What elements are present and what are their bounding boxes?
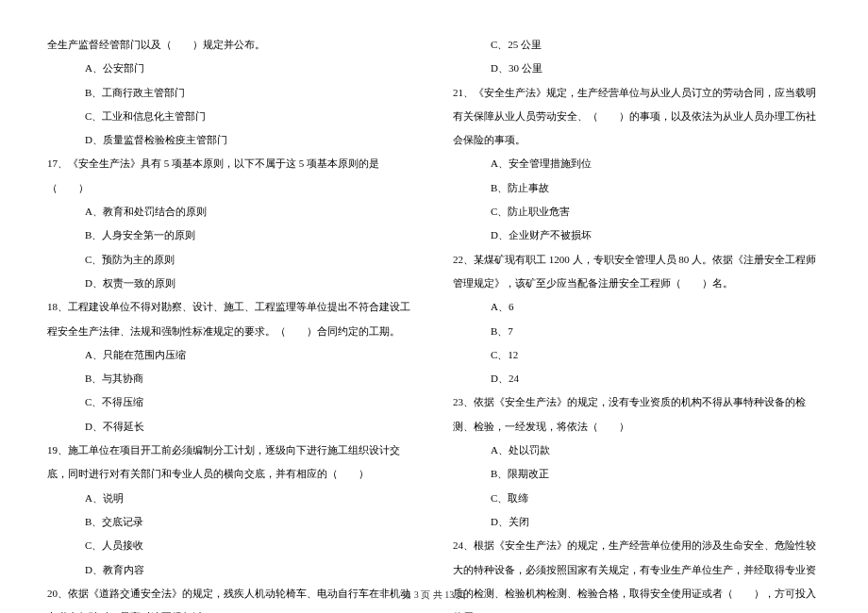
q17-opt-c: C、预防为主的原则 bbox=[47, 248, 415, 272]
q18-opt-b: B、与其协商 bbox=[47, 367, 415, 390]
page-footer: 第 3 页 共 13 页 bbox=[0, 588, 868, 602]
q16-tail: 全生产监督经管部门以及（ ）规定并公布。 bbox=[47, 33, 415, 57]
q19-opt-b: B、交底记录 bbox=[47, 510, 415, 534]
q21-opt-a: A、安全管理措施到位 bbox=[453, 152, 821, 175]
q16-opt-c: C、工业和信息化主管部门 bbox=[47, 105, 415, 128]
q22: 22、某煤矿现有职工 1200 人，专职安全管理人员 80 人。依据《注册安全工… bbox=[453, 248, 821, 296]
q19: 19、施工单位在项目开工前必须编制分工计划，逐级向下进行施工组织设计交底，同时进… bbox=[47, 439, 415, 487]
q19-opt-d: D、教育内容 bbox=[47, 558, 415, 582]
q19-opt-a: A、说明 bbox=[47, 487, 415, 510]
right-column: C、25 公里 D、30 公里 21、《安全生产法》规定，生产经营单位与从业人员… bbox=[453, 33, 821, 580]
q23-opt-b: B、限期改正 bbox=[453, 462, 821, 486]
q16-opt-a: A、公安部门 bbox=[47, 57, 415, 80]
q21-opt-c: C、防止职业危害 bbox=[453, 200, 821, 224]
q18-opt-c: C、不得压缩 bbox=[47, 390, 415, 414]
q22-opt-a: A、6 bbox=[453, 295, 821, 319]
q23-opt-c: C、取缔 bbox=[453, 487, 821, 510]
q23-opt-a: A、处以罚款 bbox=[453, 439, 821, 462]
q22-opt-b: B、7 bbox=[453, 320, 821, 343]
q17: 17、《安全生产法》具有 5 项基本原则，以下不属于这 5 项基本原则的是（ ） bbox=[47, 152, 415, 200]
q21-opt-d: D、企业财产不被损坏 bbox=[453, 224, 821, 247]
q18-opt-d: D、不得延长 bbox=[47, 415, 415, 439]
q17-opt-a: A、教育和处罚结合的原则 bbox=[47, 200, 415, 224]
q21-opt-b: B、防止事故 bbox=[453, 176, 821, 200]
q19-opt-c: C、人员接收 bbox=[47, 534, 415, 557]
q18: 18、工程建设单位不得对勘察、设计、施工、工程监理等单位提出不符合建设工程安全生… bbox=[47, 295, 415, 343]
q23-opt-d: D、关闭 bbox=[453, 510, 821, 534]
q18-opt-a: A、只能在范围内压缩 bbox=[47, 343, 415, 367]
left-column: 全生产监督经管部门以及（ ）规定并公布。 A、公安部门 B、工商行政主管部门 C… bbox=[47, 33, 415, 580]
q16-opt-d: D、质量监督检验检疫主管部门 bbox=[47, 128, 415, 152]
q22-opt-d: D、24 bbox=[453, 367, 821, 390]
q20-opt-d: D、30 公里 bbox=[453, 57, 821, 80]
page-content: 全生产监督经管部门以及（ ）规定并公布。 A、公安部门 B、工商行政主管部门 C… bbox=[47, 33, 821, 580]
q22-opt-c: C、12 bbox=[453, 343, 821, 367]
q20-opt-c: C、25 公里 bbox=[453, 33, 821, 57]
q21: 21、《安全生产法》规定，生产经营单位与从业人员订立的劳动合同，应当载明有关保障… bbox=[453, 81, 821, 153]
q17-opt-d: D、权责一致的原则 bbox=[47, 272, 415, 295]
q23: 23、依据《安全生产法》的规定，没有专业资质的机构不得从事特种设备的检测、检验，… bbox=[453, 390, 821, 439]
q17-opt-b: B、人身安全第一的原则 bbox=[47, 224, 415, 247]
q16-opt-b: B、工商行政主管部门 bbox=[47, 81, 415, 105]
